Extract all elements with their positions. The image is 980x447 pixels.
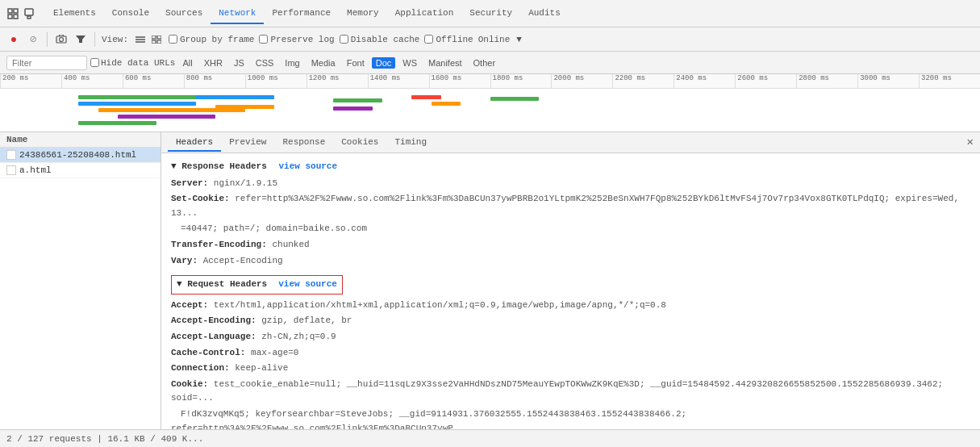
svg-rect-11 xyxy=(152,36,156,39)
tick-6: 1400 ms xyxy=(368,74,429,88)
req-cache-control: Cache-Control: max-age=0 xyxy=(171,345,970,361)
tab-performance[interactable]: Performance xyxy=(264,3,339,24)
filter-ws[interactable]: WS xyxy=(398,57,421,69)
inspect-icon[interactable] xyxy=(6,7,19,20)
detail-tab-timing[interactable]: Timing xyxy=(386,134,435,152)
tick-8: 1800 ms xyxy=(490,74,552,88)
svg-rect-0 xyxy=(8,9,12,13)
tab-sources[interactable]: Sources xyxy=(157,3,211,24)
status-text: 2 / 127 requests | 16.1 KB / 409 K... xyxy=(6,434,203,444)
filter-js[interactable]: JS xyxy=(230,57,248,69)
tab-elements[interactable]: Elements xyxy=(45,3,104,24)
disable-cache-input[interactable] xyxy=(340,35,348,44)
throttle-dropdown[interactable]: ▼ xyxy=(516,35,522,44)
tick-2: 600 ms xyxy=(123,74,184,88)
filter-all[interactable]: All xyxy=(178,57,196,69)
filter-button[interactable] xyxy=(73,32,88,47)
req-accept-value: text/html,application/xhtml+xml,applicat… xyxy=(214,300,666,310)
record-button[interactable]: ● xyxy=(6,32,21,47)
stop-button[interactable]: ⊘ xyxy=(26,32,40,47)
file-item-name-0: 24386561-25208408.html xyxy=(19,150,136,160)
setcookie-cont-value: =40447; path=/; domain=baike.so.com xyxy=(171,224,367,233)
transfer-key: Transfer-Encoding: xyxy=(171,240,267,249)
request-view-source[interactable]: view source xyxy=(278,278,337,292)
list-view-icon[interactable] xyxy=(133,32,148,47)
req-accept-encoding: Accept-Encoding: gzip, deflate, br xyxy=(171,313,970,329)
offline-checkbox[interactable]: Offline xyxy=(424,35,473,44)
network-toolbar: ● ⊘ View: Group by frame Preserve log Di… xyxy=(0,27,980,52)
response-section-title-text: ▼ Response Headers xyxy=(171,161,267,171)
toolbar-separator-2 xyxy=(94,32,95,47)
hide-data-urls-input[interactable] xyxy=(90,58,99,67)
file-item-0[interactable]: 24386561-25208408.html xyxy=(0,148,161,163)
group-by-frame-input[interactable] xyxy=(169,35,177,44)
svg-rect-13 xyxy=(152,40,156,44)
svg-rect-14 xyxy=(157,40,161,44)
waterfall-bar-8 xyxy=(333,98,382,102)
detail-tab-preview[interactable]: Preview xyxy=(221,134,274,152)
tick-10: 2200 ms xyxy=(612,74,673,88)
timeline-area[interactable]: 200 ms 400 ms 600 ms 800 ms 1000 ms 1200… xyxy=(0,74,980,132)
filter-img[interactable]: Img xyxy=(281,57,303,69)
response-header-vary: Vary: Accept-Encoding xyxy=(171,253,970,269)
tick-5: 1200 ms xyxy=(307,74,368,88)
svg-rect-12 xyxy=(157,36,161,39)
req-conn-key: Connection: xyxy=(171,363,230,373)
filter-input[interactable] xyxy=(6,56,87,70)
detail-tab-headers[interactable]: Headers xyxy=(168,134,221,152)
tick-4: 1000 ms xyxy=(245,74,307,88)
filter-other[interactable]: Other xyxy=(469,57,500,69)
preserve-log-input[interactable] xyxy=(259,35,268,44)
tick-12: 2600 ms xyxy=(735,74,796,88)
req-cookie: Cookie: test_cookie_enable=null; __huid=… xyxy=(171,377,970,407)
disable-cache-checkbox[interactable]: Disable cache xyxy=(340,35,420,44)
req-connection: Connection: keep-alive xyxy=(171,361,970,377)
server-key: Server: xyxy=(171,178,208,188)
response-header-transfer: Transfer-Encoding: chunked xyxy=(171,237,970,253)
toolbar-separator xyxy=(47,32,48,47)
file-icon-0 xyxy=(6,150,16,160)
vary-value: Accept-Encoding xyxy=(203,256,283,265)
response-header-setcookie: Set-Cookie: refer=http%3A%2F%2Fwww.so.co… xyxy=(171,191,970,221)
filter-manifest[interactable]: Manifest xyxy=(424,57,466,69)
filter-media[interactable]: Media xyxy=(307,57,340,69)
view-icon-group xyxy=(133,32,164,47)
online-select[interactable]: Online xyxy=(478,35,511,44)
file-list-header: Name xyxy=(0,132,161,148)
camera-button[interactable] xyxy=(54,32,69,47)
offline-input[interactable] xyxy=(424,35,433,44)
req-cookie-value: test_cookie_enable=null; __huid=11sqLz9X… xyxy=(171,379,943,403)
waterfall-bar-10 xyxy=(411,95,440,99)
preserve-log-checkbox[interactable]: Preserve log xyxy=(259,35,334,44)
detail-tab-response[interactable]: Response xyxy=(274,134,333,152)
tab-memory[interactable]: Memory xyxy=(339,3,387,24)
req-cookie-key: Cookie: xyxy=(171,379,208,389)
detail-tab-cookies[interactable]: Cookies xyxy=(333,134,386,152)
tab-network[interactable]: Network xyxy=(211,3,264,24)
filter-font[interactable]: Font xyxy=(343,57,369,69)
detail-close-button[interactable]: ✕ xyxy=(967,135,974,148)
grid-view-icon[interactable] xyxy=(149,32,164,47)
tab-audits[interactable]: Audits xyxy=(520,3,569,24)
main-content-area: Name 24386561-25208408.html a.html ✕ Hea… xyxy=(0,132,980,429)
tick-13: 2800 ms xyxy=(796,74,857,88)
tab-console[interactable]: Console xyxy=(104,3,157,24)
headers-content: ▼ Response Headers view source Server: n… xyxy=(161,153,980,429)
group-by-frame-checkbox[interactable]: Group by frame xyxy=(169,35,254,44)
response-header-setcookie-cont: =40447; path=/; domain=baike.so.com xyxy=(171,221,970,237)
tab-security[interactable]: Security xyxy=(461,3,520,24)
file-item-1[interactable]: a.html xyxy=(0,163,161,178)
vary-key: Vary: xyxy=(171,256,198,265)
device-icon[interactable] xyxy=(23,7,35,20)
waterfall-bar-4 xyxy=(118,115,216,119)
filter-doc[interactable]: Doc xyxy=(372,57,396,69)
filter-css[interactable]: CSS xyxy=(252,57,278,69)
hide-data-urls-checkbox[interactable]: Hide data URLs xyxy=(90,58,175,68)
tick-7: 1600 ms xyxy=(429,74,490,88)
response-view-source[interactable]: view source xyxy=(278,161,337,171)
svg-rect-3 xyxy=(14,15,18,19)
waterfall-bar-11 xyxy=(432,102,461,106)
tab-application[interactable]: Application xyxy=(387,3,462,24)
request-headers-title: ▼ Request Headers view source xyxy=(171,275,343,295)
filter-xhr[interactable]: XHR xyxy=(200,57,227,69)
